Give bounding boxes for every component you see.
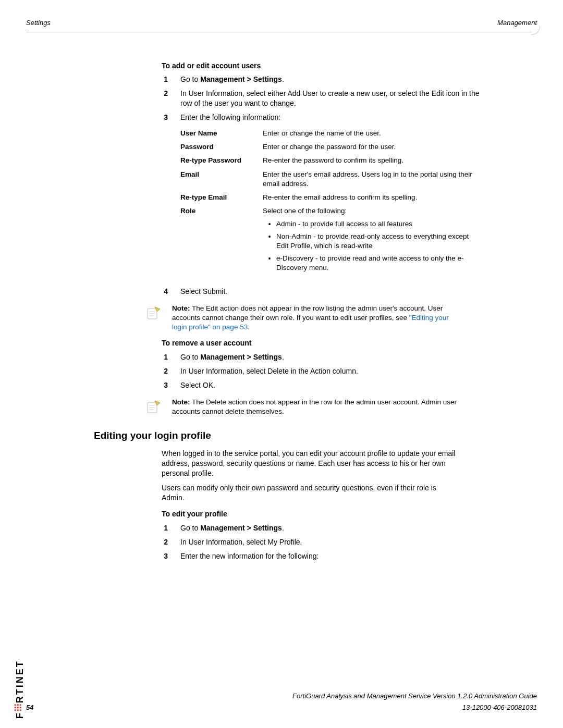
role-options-list: Admin - to provide full access to all fe… [269,219,473,273]
note-block: Note: The Edit action does not appear in… [144,304,537,332]
list-number: 3 [162,551,168,561]
footer-doc-title: FortiGuard Analysis and Management Servi… [26,692,537,701]
list-body: Go to Management > Settings. [180,352,483,362]
list-item: Non-Admin - to provide read-only access … [276,232,473,251]
ordered-list: 1 Go to Management > Settings. 2 In User… [162,75,537,296]
section-title-edit-profile: To edit your profile [162,509,537,519]
paragraph: When logged in to the service portal, yo… [162,449,459,478]
table-row: Password Enter or change the password fo… [180,140,478,154]
list-body: In User Information, select Delete in th… [180,366,483,376]
list-body: In User Information, select either Add U… [180,89,483,108]
footer-doc-id: 13-12000-406-20081031 [462,703,537,712]
list-body: In User Information, select My Profile. [180,537,483,547]
table-row: Role Select one of the following: Admin … [180,204,478,278]
field-label: Re-type Email [180,191,263,204]
ordered-list: 1 Go to Management > Settings. 2 In User… [162,352,537,390]
list-number: 3 [162,380,168,390]
field-desc: Re-enter the email address to confirm it… [263,191,478,204]
list-number: 3 [162,113,168,282]
list-number: 4 [162,287,168,297]
field-definitions-table: User Name Enter or change the name of th… [180,127,478,278]
section-title-remove-user: To remove a user account [162,338,537,348]
list-item: 2 In User Information, select Delete in … [162,366,537,376]
field-label: Re-type Password [180,154,263,167]
page-content: To add or edit account users 1 Go to Man… [94,61,537,561]
table-row: User Name Enter or change the name of th… [180,127,478,140]
list-number: 2 [162,537,168,547]
field-desc: Select one of the following: Admin - to … [263,204,478,278]
section-title-add-edit-users: To add or edit account users [162,61,537,71]
list-item: 4 Select Submit. [162,287,537,297]
list-number: 1 [162,523,168,533]
note-text: Note: The Edit action does not appear in… [172,304,464,332]
field-label: Role [180,204,263,278]
list-number: 1 [162,75,168,84]
field-label: User Name [180,127,263,140]
list-item: 2 In User Information, select My Profile… [162,537,537,547]
field-label: Email [180,168,263,191]
list-number: 2 [162,366,168,376]
list-item: 3 Enter the following information: User … [162,113,537,282]
field-desc: Re-enter the password to confirm its spe… [263,154,478,167]
paragraph: Users can modify only their own password… [162,483,459,503]
list-item: 1 Go to Management > Settings. [162,75,537,84]
header-left: Settings [26,18,51,28]
note-icon [144,304,163,323]
list-item: 1 Go to Management > Settings. [162,352,537,362]
note-text: Note: The Delete action does not appear … [172,398,464,416]
list-number: 2 [162,89,168,108]
table-row: Email Enter the user's email address. Us… [180,168,478,191]
field-desc: Enter or change the password for the use… [263,140,478,154]
list-item: e-Discovery - to provide read and write … [276,254,473,273]
header-right: Management [497,18,537,28]
list-item: 3 Select OK. [162,380,537,390]
note-icon [144,398,163,416]
page-footer: FortiGuard Analysis and Management Servi… [0,692,563,712]
list-body: Go to Management > Settings. [180,75,483,84]
table-row: Re-type Email Re-enter the email address… [180,191,478,204]
field-desc: Enter or change the name of the user. [263,127,478,140]
page-number: 54 [26,703,33,712]
list-body: Enter the new information for the follow… [180,551,483,561]
list-item: 1 Go to Management > Settings. [162,523,537,533]
running-header: Settings Management [26,18,537,32]
note-block: Note: The Delete action does not appear … [144,398,537,416]
field-label: Password [180,140,263,154]
list-number: 1 [162,352,168,362]
table-row: Re-type Password Re-enter the password t… [180,154,478,167]
list-body: Select Submit. [180,287,483,297]
section-heading-editing-profile: Editing your login profile [94,429,537,442]
list-body: Enter the following information: User Na… [180,113,483,282]
list-item: Admin - to provide full access to all fe… [276,219,473,229]
list-body: Go to Management > Settings. [180,523,483,533]
list-body: Select OK. [180,380,483,390]
ordered-list: 1 Go to Management > Settings. 2 In User… [162,523,537,561]
field-desc: Enter the user's email address. Users lo… [263,168,478,191]
list-item: 2 In User Information, select either Add… [162,89,537,108]
document-page: Settings Management To add or edit accou… [0,0,563,728]
list-item: 3 Enter the new information for the foll… [162,551,537,561]
